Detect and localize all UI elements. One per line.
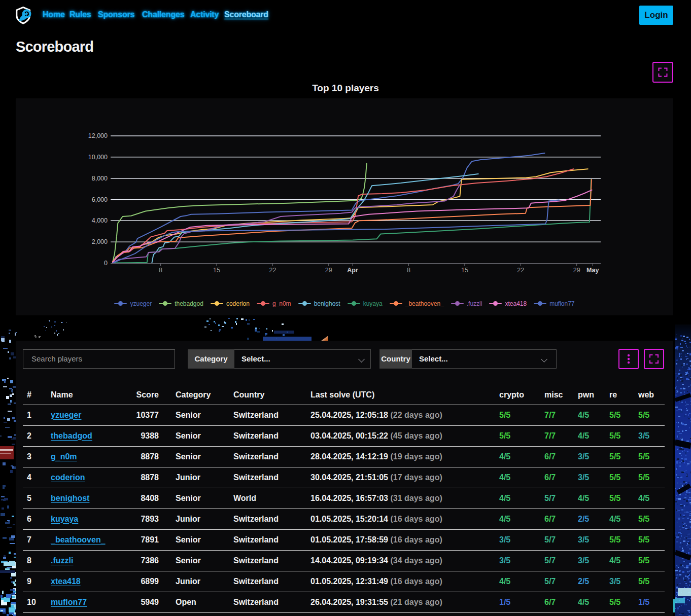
- svg-text:15: 15: [461, 267, 468, 274]
- svg-text:29: 29: [325, 267, 332, 274]
- svg-text:10,000: 10,000: [88, 154, 108, 161]
- svg-text:Apr: Apr: [347, 267, 358, 274]
- svg-text:2,000: 2,000: [92, 238, 108, 245]
- svg-text:6,000: 6,000: [92, 196, 108, 203]
- svg-text:12,000: 12,000: [88, 132, 108, 139]
- svg-text:15: 15: [213, 267, 220, 274]
- svg-text:8,000: 8,000: [92, 175, 108, 182]
- svg-text:4,000: 4,000: [92, 217, 108, 224]
- svg-text:29: 29: [573, 267, 580, 274]
- svg-text:0: 0: [104, 260, 108, 267]
- svg-text:May: May: [586, 267, 599, 274]
- svg-text:22: 22: [269, 267, 276, 274]
- svg-text:22: 22: [517, 267, 524, 274]
- svg-text:8: 8: [407, 267, 410, 274]
- svg-text:8: 8: [159, 267, 162, 274]
